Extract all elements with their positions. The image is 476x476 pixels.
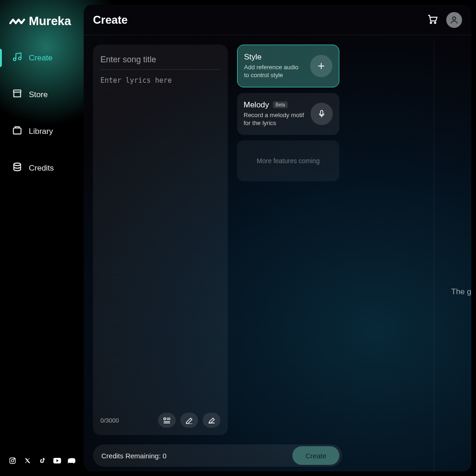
tool-format-button[interactable] xyxy=(158,413,176,428)
library-icon xyxy=(12,125,22,138)
svg-point-1 xyxy=(19,57,21,60)
sidebar: Mureka Create Store Library xyxy=(0,0,84,476)
topbar: Create xyxy=(84,5,471,35)
x-twitter-icon[interactable] xyxy=(23,456,32,465)
credits-remaining: Credits Remaining: 0 xyxy=(101,452,166,460)
vertical-divider xyxy=(434,40,434,471)
sidebar-item-credits[interactable]: Credits xyxy=(0,155,84,181)
side-hint-text: The g xyxy=(451,287,471,297)
lyrics-input[interactable] xyxy=(100,76,220,409)
lyrics-editor: 0/3000 xyxy=(93,45,228,435)
sidebar-item-library[interactable]: Library xyxy=(0,119,84,144)
melody-card-title: Melody xyxy=(244,100,269,110)
sidebar-item-label: Library xyxy=(29,127,53,136)
svg-point-11 xyxy=(164,418,166,420)
credit-bar: Credits Remaining: 0 Create xyxy=(93,444,342,467)
youtube-icon[interactable] xyxy=(53,456,61,465)
discord-icon[interactable] xyxy=(68,456,76,465)
melody-card[interactable]: Melody Beta Record a melody motif for th… xyxy=(237,93,339,135)
char-count: 0/3000 xyxy=(100,417,119,424)
sidebar-item-label: Create xyxy=(29,53,53,63)
beta-badge: Beta xyxy=(273,101,288,108)
logo-icon xyxy=(9,17,25,26)
tiktok-icon[interactable] xyxy=(38,456,46,465)
song-title-input[interactable] xyxy=(100,52,220,70)
main-panel: Create 0/3000 xyxy=(84,5,471,471)
brand-logo[interactable]: Mureka xyxy=(0,9,84,45)
svg-point-9 xyxy=(435,22,436,23)
tool-edit-button[interactable] xyxy=(180,413,198,428)
record-melody-button[interactable] xyxy=(311,103,333,125)
brand-name: Mureka xyxy=(29,14,71,28)
svg-point-8 xyxy=(430,22,432,23)
svg-rect-2 xyxy=(13,128,21,134)
melody-card-desc: Record a melody motif for the lyrics xyxy=(244,112,305,127)
svg-point-10 xyxy=(453,17,456,20)
sidebar-item-create[interactable]: Create xyxy=(0,45,84,71)
coming-text: More features coming xyxy=(257,157,319,165)
music-note-icon xyxy=(12,52,22,64)
svg-point-5 xyxy=(11,459,13,462)
store-icon xyxy=(12,88,22,101)
cart-icon[interactable] xyxy=(427,13,438,26)
style-card-desc: Add reference audio to control style xyxy=(244,64,304,79)
sidebar-item-store[interactable]: Store xyxy=(0,82,84,107)
social-links xyxy=(8,456,76,465)
sidebar-item-label: Credits xyxy=(29,164,54,173)
credits-icon xyxy=(12,162,22,174)
page-title: Create xyxy=(93,13,128,26)
svg-rect-12 xyxy=(321,110,323,115)
instagram-icon[interactable] xyxy=(8,456,17,465)
tool-clear-button[interactable] xyxy=(203,413,220,428)
style-card-title: Style xyxy=(244,53,304,62)
add-style-button[interactable] xyxy=(310,55,332,77)
svg-point-0 xyxy=(13,58,16,61)
style-card[interactable]: Style Add reference audio to control sty… xyxy=(237,45,339,87)
svg-point-3 xyxy=(14,163,21,166)
svg-point-6 xyxy=(14,459,14,459)
coming-soon-card: More features coming xyxy=(237,140,339,181)
create-button[interactable]: Create xyxy=(292,446,339,465)
sidebar-item-label: Store xyxy=(29,90,48,99)
avatar[interactable] xyxy=(446,12,462,28)
